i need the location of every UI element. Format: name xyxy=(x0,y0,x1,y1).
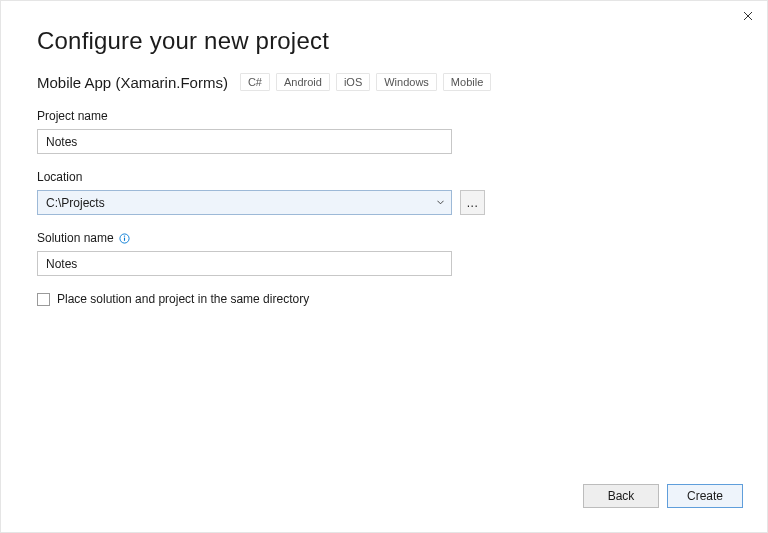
close-icon xyxy=(743,8,753,24)
location-value: C:\Projects xyxy=(46,196,435,210)
tag-csharp: C# xyxy=(240,73,270,91)
tag-windows: Windows xyxy=(376,73,437,91)
back-button-label: Back xyxy=(608,489,635,503)
template-name: Mobile App (Xamarin.Forms) xyxy=(37,74,228,91)
project-name-input[interactable] xyxy=(37,129,452,154)
browse-button[interactable]: ... xyxy=(460,190,485,215)
configure-project-dialog: Configure your new project Mobile App (X… xyxy=(0,0,768,533)
same-directory-label[interactable]: Place solution and project in the same d… xyxy=(57,292,309,306)
info-icon[interactable] xyxy=(119,233,130,244)
chevron-down-icon xyxy=(435,198,445,208)
footer: Back Create xyxy=(583,484,743,508)
close-button[interactable] xyxy=(739,7,757,25)
tag-android: Android xyxy=(276,73,330,91)
tag-ios: iOS xyxy=(336,73,370,91)
page-title: Configure your new project xyxy=(37,27,731,55)
svg-rect-1 xyxy=(124,237,125,240)
solution-name-label: Solution name xyxy=(37,231,114,245)
same-directory-row: Place solution and project in the same d… xyxy=(37,292,731,306)
create-button[interactable]: Create xyxy=(667,484,743,508)
svg-point-2 xyxy=(123,235,124,236)
browse-button-label: ... xyxy=(467,196,479,210)
location-label: Location xyxy=(37,170,731,184)
location-combobox[interactable]: C:\Projects xyxy=(37,190,452,215)
tag-mobile: Mobile xyxy=(443,73,491,91)
project-name-group: Project name xyxy=(37,109,731,154)
location-group: Location C:\Projects ... xyxy=(37,170,731,215)
back-button[interactable]: Back xyxy=(583,484,659,508)
template-row: Mobile App (Xamarin.Forms) C# Android iO… xyxy=(37,73,731,91)
solution-name-group: Solution name xyxy=(37,231,731,276)
project-name-label: Project name xyxy=(37,109,731,123)
solution-name-input[interactable] xyxy=(37,251,452,276)
same-directory-checkbox[interactable] xyxy=(37,293,50,306)
create-button-label: Create xyxy=(687,489,723,503)
